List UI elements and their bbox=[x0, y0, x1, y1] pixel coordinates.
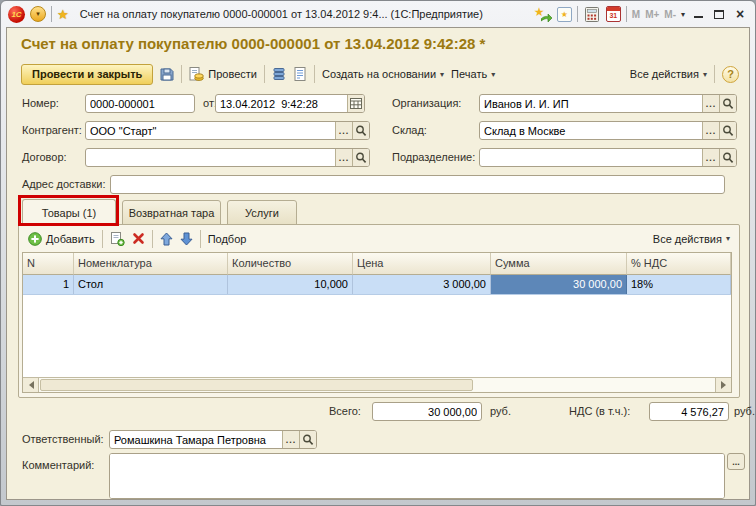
memory-recall-button[interactable]: M bbox=[632, 9, 640, 20]
date-picker-button[interactable] bbox=[347, 95, 364, 112]
counterparty-select-button[interactable]: ... bbox=[335, 122, 352, 139]
add-to-favorites-icon[interactable]: ★ bbox=[534, 6, 552, 23]
floppy-icon bbox=[160, 67, 174, 81]
calendar-icon[interactable]: 31 bbox=[606, 6, 621, 22]
maximize-button[interactable] bbox=[711, 6, 727, 22]
contract-open-button[interactable] bbox=[352, 149, 369, 166]
scroll-right-button[interactable] bbox=[715, 378, 731, 392]
tab-returnable-tare[interactable]: Возвратная тара bbox=[122, 200, 221, 225]
cell-n[interactable]: 1 bbox=[23, 275, 74, 294]
counterparty-label: Контрагент: bbox=[22, 124, 82, 136]
column-header-n: N bbox=[23, 253, 74, 275]
favorites-list-icon[interactable]: ★ bbox=[557, 7, 572, 22]
form-area: Счет на оплату покупателю 0000-000001 от… bbox=[6, 27, 750, 500]
favorite-star-icon[interactable]: ★ bbox=[57, 8, 69, 21]
minimize-button[interactable] bbox=[690, 6, 706, 22]
delivery-address-input[interactable] bbox=[111, 176, 724, 193]
warehouse-input[interactable] bbox=[480, 122, 702, 139]
system-menu-button[interactable]: ▾ bbox=[30, 6, 46, 22]
counterparty-field[interactable]: ... bbox=[85, 121, 370, 140]
cell-quantity[interactable]: 10,000 bbox=[228, 275, 353, 294]
counterparty-input[interactable] bbox=[86, 122, 335, 139]
responsible-select-button[interactable]: ... bbox=[282, 431, 299, 448]
vat-field[interactable] bbox=[649, 402, 729, 421]
total-input[interactable] bbox=[373, 403, 481, 420]
counterparty-open-button[interactable] bbox=[352, 122, 369, 139]
calendar-icon-day: 31 bbox=[609, 11, 617, 21]
department-input[interactable] bbox=[480, 149, 702, 166]
total-field[interactable] bbox=[372, 402, 482, 421]
contract-label: Договор: bbox=[22, 151, 67, 163]
organization-input[interactable] bbox=[480, 95, 702, 112]
titlebar-more-button[interactable]: ▾ bbox=[681, 10, 685, 19]
contract-select-button[interactable]: ... bbox=[335, 149, 352, 166]
cell-nomenclature[interactable]: Стол bbox=[74, 275, 228, 294]
items-all-actions-button[interactable]: Все действия ▾ bbox=[653, 233, 730, 245]
calculator-icon[interactable] bbox=[583, 6, 601, 23]
app-window: 1С ▾ ★ Счет на оплату покупателю 0000-00… bbox=[0, 0, 756, 506]
cell-vat[interactable]: 18% bbox=[627, 275, 731, 294]
contract-field[interactable]: ... bbox=[85, 148, 370, 167]
magnifier-icon bbox=[355, 152, 367, 164]
delete-row-button[interactable] bbox=[132, 232, 145, 245]
help-button[interactable]: ? bbox=[722, 66, 739, 83]
responsible-input[interactable] bbox=[110, 431, 282, 448]
date-field[interactable] bbox=[215, 94, 365, 113]
document-register-button[interactable] bbox=[293, 67, 307, 81]
maximize-icon bbox=[714, 10, 724, 19]
comment-field[interactable] bbox=[109, 453, 725, 499]
department-field[interactable]: ... bbox=[479, 148, 737, 167]
responsible-label: Ответственный: bbox=[22, 433, 104, 445]
department-open-button[interactable] bbox=[719, 149, 736, 166]
tab-goods[interactable]: Товары (1) bbox=[22, 199, 116, 226]
table-row[interactable]: 1 Стол 10,000 3 000,00 30 000,00 18% bbox=[23, 275, 731, 295]
all-actions-button[interactable]: Все действия ▾ bbox=[630, 68, 707, 80]
pick-button[interactable]: Подбор bbox=[208, 233, 247, 245]
responsible-open-button[interactable] bbox=[299, 431, 316, 448]
tab-services[interactable]: Услуги bbox=[227, 200, 297, 225]
memory-minus-button[interactable]: M- bbox=[664, 9, 676, 20]
number-field[interactable] bbox=[85, 94, 195, 113]
comment-label: Комментарий: bbox=[22, 459, 94, 471]
warehouse-open-button[interactable] bbox=[719, 122, 736, 139]
memory-plus-button[interactable]: M+ bbox=[645, 9, 659, 20]
items-table: N Номенклатура Количество Цена Сумма % Н… bbox=[22, 252, 732, 393]
warehouse-select-button[interactable]: ... bbox=[702, 122, 719, 139]
move-row-up-button[interactable] bbox=[160, 232, 173, 246]
organization-select-button[interactable]: ... bbox=[702, 95, 719, 112]
save-button[interactable] bbox=[160, 67, 174, 81]
copy-row-button[interactable] bbox=[110, 232, 125, 246]
cell-price[interactable]: 3 000,00 bbox=[353, 275, 491, 294]
document-movements-button[interactable] bbox=[272, 67, 286, 81]
create-based-on-button[interactable]: Создать на основании ▾ bbox=[322, 68, 444, 80]
number-input[interactable] bbox=[86, 95, 194, 112]
add-row-button[interactable]: Добавить bbox=[28, 232, 95, 246]
scrollbar-thumb[interactable] bbox=[40, 379, 473, 391]
comment-input[interactable] bbox=[110, 454, 724, 498]
minimize-icon bbox=[694, 10, 703, 18]
responsible-field[interactable]: ... bbox=[109, 430, 317, 449]
toolbar-separator bbox=[102, 230, 103, 248]
cell-sum-selected[interactable]: 30 000,00 bbox=[491, 275, 627, 294]
register-icon bbox=[293, 67, 307, 81]
warehouse-field[interactable]: ... bbox=[479, 121, 737, 140]
comment-expand-button[interactable]: ... bbox=[727, 453, 745, 470]
delivery-address-field[interactable] bbox=[110, 175, 725, 194]
table-empty-area[interactable] bbox=[23, 295, 731, 377]
scroll-left-button[interactable] bbox=[23, 378, 39, 392]
column-header-sum: Сумма bbox=[491, 253, 627, 275]
print-button[interactable]: Печать ▾ bbox=[451, 68, 495, 80]
scrollbar-track[interactable] bbox=[39, 378, 715, 392]
date-input[interactable] bbox=[216, 95, 347, 112]
contract-input[interactable] bbox=[86, 149, 335, 166]
department-select-button[interactable]: ... bbox=[702, 149, 719, 166]
vat-input[interactable] bbox=[650, 403, 728, 420]
toolbar-separator bbox=[181, 65, 182, 83]
post-button[interactable]: Провести bbox=[189, 67, 257, 81]
organization-open-button[interactable] bbox=[719, 95, 736, 112]
close-button[interactable]: × bbox=[732, 6, 748, 22]
organization-field[interactable]: ... bbox=[479, 94, 737, 113]
magnifier-icon bbox=[722, 98, 734, 110]
post-and-close-button[interactable]: Провести и закрыть bbox=[21, 64, 153, 85]
move-row-down-button[interactable] bbox=[180, 232, 193, 246]
